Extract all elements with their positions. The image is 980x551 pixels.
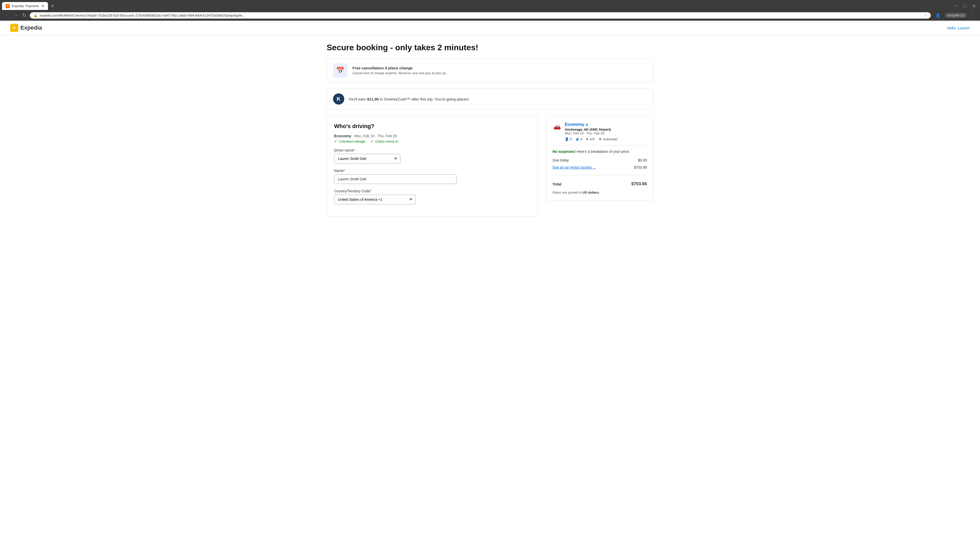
summary-car-header: 🚗 Economy ⇊ Anchorage, AK (ANC Airport) … bbox=[552, 122, 647, 141]
features-row: ✓ Unlimited mileage ✓ Online check-in bbox=[334, 139, 531, 144]
incognito-badge: Incognito (2) bbox=[945, 13, 967, 18]
car-booking-header: Economy Mon, Feb 19 - Thu, Feb 29 bbox=[334, 134, 531, 138]
no-surprises-text: No surprises! Here's a breakdown of your… bbox=[552, 149, 647, 154]
rates-currency: US dollars bbox=[582, 191, 599, 194]
car-specs: 👤 5 🧳 4 ❄ A/C bbox=[565, 137, 647, 141]
driver-name-select[interactable]: Lauren Smith Deli bbox=[334, 154, 401, 164]
required-star: * bbox=[353, 148, 355, 152]
url-text: expedia.com/MultiItemCheckout?tripid=752… bbox=[40, 14, 922, 17]
country-select[interactable]: United States of America +1 bbox=[334, 195, 416, 204]
total-label: Total bbox=[552, 182, 562, 186]
cash-prefix: You'll earn bbox=[348, 97, 367, 101]
feature-unlimited-mileage: ✓ Unlimited mileage bbox=[334, 139, 365, 144]
rates-note: Rates are quoted in US dollars. bbox=[552, 191, 647, 194]
browser-chrome: ✈ Expedia: Payment ✕ + ─ □ ✕ ← → ↻ 🔒 exp… bbox=[0, 0, 980, 21]
name-required-star: * bbox=[344, 168, 345, 173]
forward-button[interactable]: → bbox=[12, 12, 19, 19]
logo-area: ✈ Expedia bbox=[10, 24, 42, 32]
transmission-label: Automatic bbox=[603, 137, 617, 141]
checkin-label: Online check-in bbox=[375, 140, 398, 143]
car-summary-icon: 🚗 bbox=[552, 122, 562, 131]
form-column: Who's driving? Economy Mon, Feb 19 - Thu… bbox=[327, 116, 538, 217]
window-controls: ─ □ ✕ bbox=[952, 3, 978, 10]
cash-banner: K You'll earn $11.90 in OneKeyCash™ afte… bbox=[327, 89, 653, 110]
reload-button[interactable]: ↻ bbox=[21, 11, 27, 19]
banner-desc: Cancel free of charge anytime. Reserve n… bbox=[352, 71, 447, 75]
new-tab-button[interactable]: + bbox=[49, 2, 56, 10]
site-header: ✈ Expedia Hello, Lauren bbox=[0, 21, 980, 35]
main-container: Secure booking - only takes 2 minutes! 📅… bbox=[317, 35, 663, 224]
spec-transmission: ⚙ Automatic bbox=[599, 137, 617, 141]
expedia-logo-icon: ✈ bbox=[10, 24, 18, 32]
due-today-label: Due today bbox=[552, 158, 569, 162]
name-group: Name* bbox=[334, 168, 531, 184]
page-content: ✈ Expedia Hello, Lauren Secure booking -… bbox=[0, 21, 980, 224]
expedia-logo-text: Expedia bbox=[21, 24, 42, 31]
address-bar[interactable]: 🔒 expedia.com/MultiItemCheckout?tripid=7… bbox=[30, 12, 931, 19]
profile-icon-button[interactable]: 👤 bbox=[933, 12, 942, 19]
ac-label: A/C bbox=[590, 137, 595, 141]
person-icon: 👤 bbox=[565, 137, 569, 141]
car-location: Anchorage, AK (ANC Airport) bbox=[565, 127, 647, 131]
tab-favicon: ✈ bbox=[6, 4, 10, 8]
cancellation-banner: 📅 Free cancellation if plans change Canc… bbox=[327, 59, 653, 83]
browser-actions: 👤 Incognito (2) ⋮ bbox=[933, 12, 977, 19]
banner-text: Free cancellation if plans change Cancel… bbox=[352, 66, 447, 75]
section-title: Who's driving? bbox=[334, 123, 531, 130]
cancellation-icon: 📅 bbox=[333, 63, 347, 78]
luggage-icon: 🧳 bbox=[575, 137, 579, 141]
maximize-button[interactable]: □ bbox=[961, 3, 968, 9]
extensions-button[interactable]: ⋮ bbox=[969, 12, 977, 19]
car-booking-dates: Mon, Feb 19 - Thu, Feb 29 bbox=[565, 131, 647, 135]
feature-online-checkin: ✓ Online check-in bbox=[370, 139, 398, 144]
close-button[interactable]: ✕ bbox=[970, 3, 978, 10]
no-surprises-label: No surprises! bbox=[552, 149, 576, 154]
tab-bar: ✈ Expedia: Payment ✕ + ─ □ ✕ bbox=[0, 0, 980, 10]
check-icon-mileage: ✓ bbox=[334, 139, 337, 144]
mileage-label: Unlimited mileage bbox=[339, 140, 365, 143]
active-tab[interactable]: ✈ Expedia: Payment ✕ bbox=[2, 2, 48, 10]
form-section: Who's driving? Economy Mon, Feb 19 - Thu… bbox=[327, 116, 538, 217]
counter-expand-icon[interactable]: ⌄ bbox=[593, 165, 596, 169]
minimize-button[interactable]: ─ bbox=[952, 3, 959, 9]
driver-name-label: Driver name* bbox=[334, 148, 531, 152]
spec-luggage: 🧳 4 bbox=[575, 137, 582, 141]
due-today-row: Due today $0.00 bbox=[552, 157, 647, 164]
due-at-counter-label[interactable]: Due at car rental counter ⌄ bbox=[552, 165, 596, 169]
total-divider bbox=[552, 175, 647, 175]
total-row: Total $703.66 bbox=[552, 179, 647, 189]
two-col-layout: Who's driving? Economy Mon, Feb 19 - Thu… bbox=[327, 116, 653, 217]
name-input[interactable] bbox=[334, 174, 457, 184]
car-booking-info: Economy Mon, Feb 19 - Thu, Feb 29 ✓ Unli… bbox=[334, 134, 531, 144]
due-today-value: $0.00 bbox=[638, 158, 647, 162]
banner-title: Free cancellation if plans change bbox=[352, 66, 447, 70]
passenger-count: 5 bbox=[570, 137, 572, 141]
back-button[interactable]: ← bbox=[3, 12, 10, 19]
tab-title: Expedia: Payment bbox=[12, 4, 39, 8]
cash-text: You'll earn $11.90 in OneKeyCash™ after … bbox=[348, 97, 469, 101]
car-type-label: Economy bbox=[334, 134, 352, 138]
spec-passengers: 👤 5 bbox=[565, 137, 572, 141]
driver-name-group: Driver name* Lauren Smith Deli bbox=[334, 148, 531, 164]
country-label: Country/Territory Code* bbox=[334, 189, 531, 193]
page-title: Secure booking - only takes 2 minutes! bbox=[327, 43, 653, 52]
cash-avatar: K bbox=[333, 94, 344, 105]
header-greeting: Hello, Lauren bbox=[947, 26, 970, 30]
ac-icon: ❄ bbox=[586, 137, 589, 141]
browser-toolbar: ← → ↻ 🔒 expedia.com/MultiItemCheckout?tr… bbox=[0, 10, 980, 21]
check-icon-checkin: ✓ bbox=[370, 139, 374, 144]
total-value: $703.66 bbox=[632, 181, 647, 186]
car-dates: Mon, Feb 19 - Thu, Feb 29 bbox=[354, 134, 396, 138]
due-at-counter-value: $703.66 bbox=[634, 165, 647, 169]
bookmark-icon[interactable]: ☆ bbox=[924, 14, 927, 17]
summary-card: 🚗 Economy ⇊ Anchorage, AK (ANC Airport) … bbox=[546, 116, 653, 201]
lock-icon: 🔒 bbox=[33, 14, 38, 17]
spec-ac: ❄ A/C bbox=[586, 137, 595, 141]
cash-amount: $11.90 bbox=[367, 97, 379, 101]
tab-close-button[interactable]: ✕ bbox=[41, 3, 45, 8]
expand-icon[interactable]: ⇊ bbox=[585, 123, 588, 127]
summary-column: 🚗 Economy ⇊ Anchorage, AK (ANC Airport) … bbox=[546, 116, 653, 201]
country-group: Country/Territory Code* United States of… bbox=[334, 189, 531, 204]
car-category-link[interactable]: Economy ⇊ bbox=[565, 122, 588, 127]
name-label: Name* bbox=[334, 168, 531, 173]
